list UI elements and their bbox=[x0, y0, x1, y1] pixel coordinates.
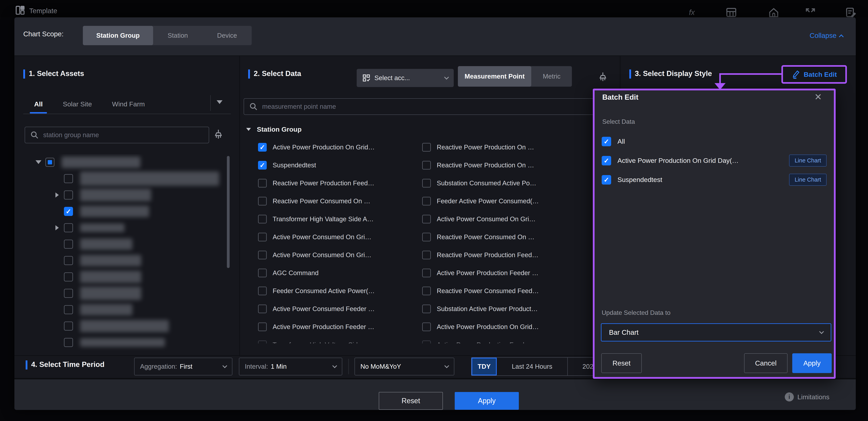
asset-tree-row[interactable] bbox=[22, 154, 231, 170]
checkbox[interactable] bbox=[422, 179, 431, 187]
measurement-row[interactable]: Substation Active Power Product… bbox=[422, 300, 619, 318]
clear-data-brush-icon[interactable] bbox=[598, 71, 608, 83]
measurement-row[interactable]: AGC Command bbox=[258, 264, 422, 282]
checkbox[interactable] bbox=[64, 305, 73, 314]
comparison-dropdown[interactable]: No MoM&YoY bbox=[354, 358, 454, 375]
date-tab-tdy[interactable]: TDY bbox=[471, 358, 497, 375]
checkbox[interactable] bbox=[602, 156, 611, 166]
close-icon[interactable]: ✕ bbox=[814, 92, 822, 102]
collapse-button[interactable]: Collapse bbox=[810, 32, 843, 39]
checkbox[interactable] bbox=[64, 256, 73, 265]
asset-tree-row[interactable] bbox=[22, 187, 231, 203]
asset-search-input[interactable] bbox=[43, 131, 204, 139]
home-icon[interactable] bbox=[767, 7, 780, 18]
expand-fullscreen-icon[interactable] bbox=[804, 7, 817, 18]
dialog-cancel-button[interactable]: Cancel bbox=[744, 353, 787, 373]
chart-type-badge[interactable]: Line Chart bbox=[789, 154, 827, 167]
checkbox[interactable] bbox=[258, 251, 267, 259]
checkbox[interactable] bbox=[258, 143, 267, 152]
asset-tree-row[interactable] bbox=[22, 203, 231, 219]
measurement-row[interactable]: Active Power Consumed On Gri… bbox=[258, 228, 422, 246]
batch-edit-button[interactable]: Batch Edit bbox=[781, 65, 847, 84]
checkbox[interactable] bbox=[422, 143, 431, 152]
checkbox[interactable] bbox=[64, 289, 73, 298]
measurement-row[interactable]: Reactive Power Production Feed… bbox=[422, 246, 619, 264]
checkbox[interactable] bbox=[258, 215, 267, 223]
checkbox[interactable] bbox=[422, 215, 431, 223]
checkbox[interactable] bbox=[258, 179, 267, 187]
measurement-row[interactable]: Reactive Power Production Feed… bbox=[258, 174, 422, 192]
measurement-row[interactable]: Reactive Power Consumed Feed… bbox=[422, 282, 619, 300]
document-edit-icon[interactable] bbox=[844, 7, 857, 18]
measurement-search-input[interactable] bbox=[262, 103, 608, 110]
station-group-tree-header[interactable]: Station Group bbox=[246, 125, 302, 133]
checkbox[interactable] bbox=[258, 233, 267, 241]
measurement-row[interactable]: Active Power Production Feeder … bbox=[422, 264, 619, 282]
aggregation-dropdown[interactable]: Aggregation: First bbox=[134, 358, 232, 375]
footer-reset-button[interactable]: Reset bbox=[379, 392, 443, 410]
checkbox[interactable] bbox=[602, 137, 611, 146]
dialog-reset-button[interactable]: Reset bbox=[601, 353, 642, 373]
checkbox[interactable] bbox=[422, 233, 431, 241]
measurement-row[interactable]: Suspendedtest bbox=[258, 156, 422, 174]
asset-tree-row[interactable] bbox=[22, 170, 231, 187]
asset-tab-all[interactable]: All bbox=[34, 100, 42, 108]
measurement-row[interactable]: Active Power Consumed Feeder … bbox=[258, 300, 422, 318]
checkbox[interactable] bbox=[64, 322, 73, 331]
checkbox[interactable] bbox=[258, 161, 267, 170]
measurement-row[interactable]: Reactive Power Production On … bbox=[422, 138, 619, 156]
date-tab-last-24-hours[interactable]: Last 24 Hours bbox=[497, 358, 568, 375]
measurement-row[interactable]: Active Power Consumed On Gri… bbox=[258, 246, 422, 264]
checkbox[interactable] bbox=[64, 272, 73, 281]
checkbox[interactable] bbox=[422, 161, 431, 170]
measurement-row[interactable]: Substation Consumed Active Po… bbox=[422, 174, 619, 192]
asset-tree-row[interactable] bbox=[22, 219, 231, 236]
checkbox[interactable] bbox=[422, 323, 431, 331]
checkbox[interactable] bbox=[422, 269, 431, 277]
checkbox[interactable] bbox=[258, 287, 267, 295]
checkbox[interactable] bbox=[258, 323, 267, 331]
checkbox[interactable] bbox=[602, 175, 611, 184]
asset-tree-row[interactable] bbox=[22, 285, 231, 301]
chart-scope-tab-device[interactable]: Device bbox=[203, 26, 252, 45]
measurement-row[interactable]: Active Power Production Feeder … bbox=[258, 318, 422, 336]
asset-tab-wind-farm[interactable]: Wind Farm bbox=[112, 100, 145, 108]
measurement-row[interactable]: Feeder Consumed Active Power(… bbox=[258, 282, 422, 300]
dialog-data-row[interactable]: Active Power Production On Grid Day(… Li… bbox=[602, 151, 827, 170]
toggle-metric[interactable]: Metric bbox=[531, 66, 572, 87]
measurement-row[interactable]: Feeder Active Power Consumed(… bbox=[422, 192, 619, 210]
checkbox[interactable] bbox=[64, 190, 73, 200]
select-account-dropdown[interactable]: Select acc... bbox=[357, 69, 454, 87]
checkbox[interactable] bbox=[64, 240, 73, 249]
dialog-apply-button[interactable]: Apply bbox=[792, 353, 832, 373]
checkbox[interactable] bbox=[422, 340, 431, 343]
measurement-row[interactable]: Reactive Power Consumed On … bbox=[422, 228, 619, 246]
checkbox[interactable] bbox=[258, 197, 267, 206]
asset-tab-solar-site[interactable]: Solar Site bbox=[63, 100, 92, 108]
asset-tree-row[interactable] bbox=[22, 236, 231, 252]
checkbox[interactable] bbox=[64, 223, 73, 232]
tree-scrollbar[interactable] bbox=[227, 156, 229, 268]
measurement-row[interactable]: Active Power Production On Grid… bbox=[258, 138, 422, 156]
measurement-row[interactable]: Active Power Production On Grid… bbox=[422, 318, 619, 336]
toggle-measurement-point[interactable]: Measurement Point bbox=[458, 66, 531, 87]
measurement-row[interactable]: Transformer High Valtage Side A… bbox=[258, 210, 422, 228]
checkbox[interactable] bbox=[422, 305, 431, 313]
checkbox[interactable] bbox=[422, 197, 431, 206]
panel-layout-icon[interactable] bbox=[725, 7, 738, 18]
checkbox[interactable] bbox=[258, 340, 267, 343]
checkbox[interactable] bbox=[258, 269, 267, 277]
asset-tree-row[interactable] bbox=[22, 334, 231, 351]
template-label[interactable]: Template bbox=[29, 7, 57, 15]
interval-dropdown[interactable]: Interval: 1 Min bbox=[239, 358, 342, 375]
clear-filter-brush-icon[interactable] bbox=[213, 129, 224, 141]
checkbox[interactable] bbox=[64, 174, 73, 183]
measurement-row[interactable]: Reactive Power Consumed On … bbox=[258, 192, 422, 210]
dialog-data-row[interactable]: All bbox=[602, 132, 827, 151]
checkbox[interactable] bbox=[422, 287, 431, 295]
measurement-row[interactable]: Reactive Power Production On … bbox=[422, 156, 619, 174]
asset-tree-row[interactable] bbox=[22, 318, 231, 334]
chart-type-select[interactable]: Bar Chart bbox=[601, 323, 831, 341]
asset-tree-row[interactable] bbox=[22, 269, 231, 285]
footer-apply-button[interactable]: Apply bbox=[455, 392, 519, 410]
